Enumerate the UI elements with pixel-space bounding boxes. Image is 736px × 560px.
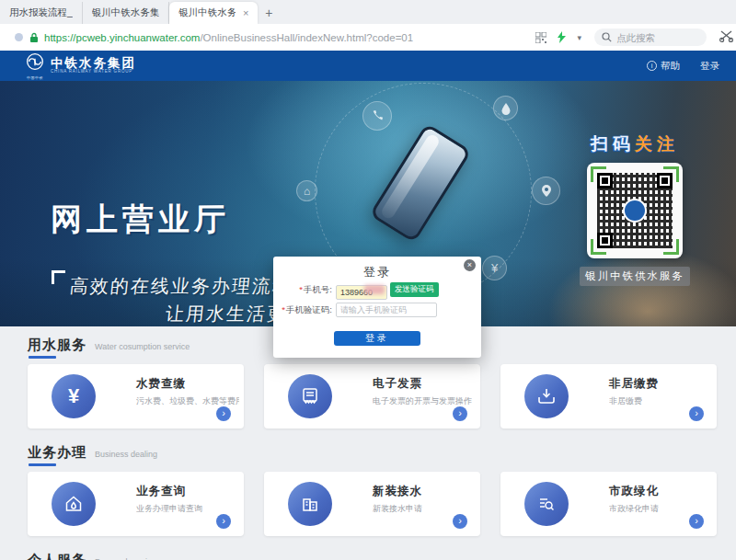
- tray-download-icon: [524, 374, 569, 418]
- brand-mini-label: 中国中铁: [27, 75, 43, 80]
- browser-tab-2[interactable]: 银川中铁水务集: [83, 2, 170, 24]
- quote-bracket-top: [52, 270, 65, 284]
- chevron-right-icon[interactable]: ›: [216, 514, 231, 529]
- card-desc: 非居缴费: [609, 395, 642, 407]
- card-desc: 新装接水申请: [373, 503, 422, 515]
- url-path: /OnlineBusinessHall/indexNew.html?code=0…: [200, 32, 413, 43]
- section-underline: [29, 463, 56, 466]
- card-new-connection[interactable]: 新装接水 新装接水申请 ›: [264, 472, 480, 536]
- section-header-personal: 个人服务 Personal service: [28, 552, 736, 560]
- card-title: 非居缴费: [609, 376, 659, 392]
- required-asterisk: *: [299, 284, 303, 294]
- card-title: 水费查缴: [136, 376, 186, 392]
- search-input[interactable]: [616, 32, 696, 43]
- login-submit-button[interactable]: 登录: [334, 331, 420, 346]
- location-pin-icon: [532, 177, 560, 205]
- card-e-invoice[interactable]: 电子发票 电子发票的开票与发票操作 ›: [264, 364, 480, 429]
- qr-follow-block: 扫码关注 银川中铁供水服务: [580, 132, 690, 286]
- qr-login-icon[interactable]: [535, 32, 546, 43]
- card-business-query[interactable]: 业务查询 业务办理申请查询 ›: [28, 472, 244, 536]
- brand-name-en: CHINA RAILWAY WATER GROUP: [51, 70, 136, 74]
- scissors-icon[interactable]: [719, 29, 734, 46]
- main-content: 用水服务 Water cosumption service ¥ 水费查缴 污水费…: [0, 326, 736, 560]
- browser-search-box[interactable]: [594, 29, 707, 46]
- section-title: 业务办理: [28, 444, 86, 460]
- search-icon: [602, 29, 612, 46]
- browser-tab-3-active[interactable]: 银川中铁水务集 ×: [169, 2, 258, 24]
- hero-tagline-1: 高效的在线业务办理流程: [69, 274, 294, 299]
- card-desc: 市政绿化申请: [609, 503, 659, 515]
- code-label: *手机验证码:: [273, 304, 336, 316]
- help-link[interactable]: i 帮助: [647, 60, 680, 73]
- card-desc: 业务办理申请查询: [136, 503, 202, 515]
- qr-corner-bracket: [663, 166, 679, 182]
- chevron-right-icon[interactable]: ›: [453, 406, 467, 421]
- qr-corner-bracket: [591, 166, 606, 182]
- phone-input[interactable]: [336, 285, 387, 300]
- chevron-right-icon[interactable]: ›: [689, 406, 704, 421]
- sms-code-input[interactable]: [336, 303, 437, 317]
- padlock-icon[interactable]: [29, 32, 39, 43]
- card-title: 新装接水: [373, 484, 422, 499]
- extension-dot-icon[interactable]: [15, 33, 23, 41]
- info-icon: i: [647, 61, 657, 71]
- send-code-button[interactable]: 发送验证码: [390, 282, 439, 297]
- house-drop-icon: [52, 482, 96, 526]
- brand-name: 中铁水务集团: [51, 57, 136, 70]
- yen-icon: ¥: [52, 374, 96, 418]
- header-login-link[interactable]: 登录: [700, 60, 719, 73]
- card-municipal-greening[interactable]: 市政绿化 市政绿化申请 ›: [500, 472, 717, 536]
- qr-code: [587, 163, 683, 258]
- modal-title: 登录: [273, 257, 481, 280]
- brand-logo[interactable]: 中国中铁 中铁水务集团 CHINA RAILWAY WATER GROUP: [26, 52, 136, 80]
- qr-center-logo: [623, 199, 647, 223]
- tab-label: 银川中铁水务集: [178, 6, 236, 19]
- qr-corner-bracket: [663, 239, 679, 255]
- section-title: 用水服务: [28, 337, 86, 352]
- section-subtitle-en: Water cosumption service: [95, 342, 190, 351]
- login-modal: × 登录 *手机号: 发送验证码 *手机验证码: 登录: [273, 257, 481, 358]
- survey-icon: [524, 482, 569, 526]
- section-subtitle-en: Business dealing: [95, 450, 157, 459]
- invoice-icon: [288, 374, 332, 418]
- qr-title-scan: 扫码: [591, 134, 635, 154]
- browser-tab-bar: 用水报装流程_ 银川中铁水务集 银川中铁水务集 × +: [0, 0, 736, 24]
- section-title: 个人服务: [28, 552, 86, 560]
- card-title: 市政绿化: [609, 484, 659, 499]
- section-header-business: 业务办理 Business dealing: [28, 444, 736, 463]
- water-drop-icon: [493, 96, 518, 120]
- card-title: 电子发票: [373, 376, 422, 392]
- house-icon: ⌂: [296, 180, 317, 201]
- chevron-right-icon[interactable]: ›: [216, 406, 231, 421]
- address-bar: https://pcweb.yinchuanwater.com/OnlineBu…: [0, 24, 736, 51]
- crec-emblem-icon: [26, 52, 44, 74]
- card-nonresident-pay[interactable]: 非居缴费 非居缴费 ›: [500, 364, 717, 429]
- tab-label: 用水报装流程_: [9, 6, 73, 19]
- hero-title: 网上营业厅: [51, 199, 230, 241]
- card-desc: 电子发票的开票与发票操作: [373, 395, 472, 407]
- phone-handset-icon: [362, 101, 392, 131]
- lightning-icon[interactable]: [558, 31, 566, 43]
- yen-icon: ¥: [482, 256, 507, 280]
- section-underline: [29, 356, 56, 359]
- card-water-fee[interactable]: ¥ 水费查缴 污水费、垃圾费、水费等费用的查缴 ›: [28, 364, 244, 429]
- browser-tab-1[interactable]: 用水报装流程_: [0, 2, 83, 24]
- close-icon[interactable]: ×: [464, 259, 476, 271]
- new-tab-button[interactable]: +: [258, 2, 280, 24]
- qr-title-follow: 关注: [635, 134, 679, 154]
- tab-close-icon[interactable]: ×: [243, 8, 248, 18]
- chevron-right-icon[interactable]: ›: [689, 514, 704, 529]
- chevron-down-icon[interactable]: ▾: [577, 33, 581, 42]
- site-header: 中国中铁 中铁水务集团 CHINA RAILWAY WATER GROUP i …: [0, 51, 736, 81]
- url-host: https://pcweb.yinchuanwater.com: [44, 32, 200, 43]
- phone-label: *手机号:: [273, 284, 336, 296]
- buildings-icon: [288, 482, 332, 526]
- qr-caption: 银川中铁供水服务: [580, 267, 690, 286]
- url-text[interactable]: https://pcweb.yinchuanwater.com/OnlineBu…: [44, 32, 413, 43]
- chevron-right-icon[interactable]: ›: [453, 514, 467, 529]
- tab-label: 银川中铁水务集: [92, 6, 160, 19]
- card-title: 业务查询: [136, 484, 186, 499]
- qr-corner-bracket: [591, 239, 606, 255]
- required-asterisk: *: [282, 304, 285, 314]
